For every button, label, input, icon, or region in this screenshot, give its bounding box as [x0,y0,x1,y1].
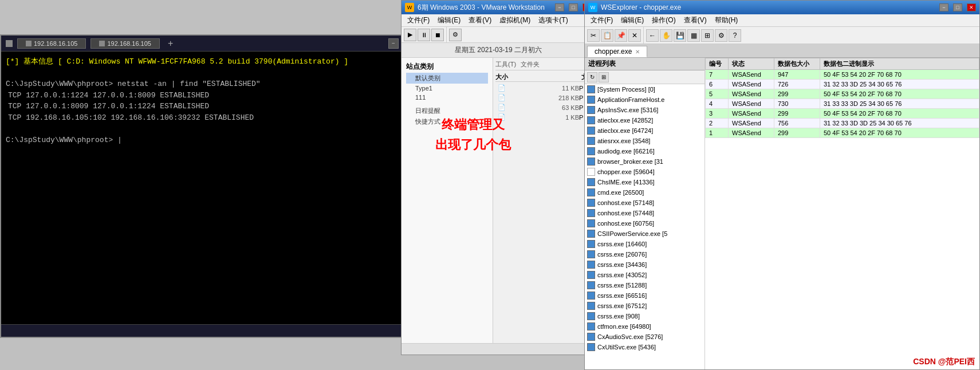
process-item[interactable]: csrss.exe [67512] [585,301,705,311]
menu-view[interactable]: 查看(V) [465,14,495,26]
packet-row[interactable]: 3WSASend29950 4F 53 54 20 2F 70 68 70 [706,109,979,119]
sidebar-item-default[interactable]: 默认类别 [406,73,488,84]
ws-menu-view[interactable]: 查看(V) [680,14,710,26]
sidebar-item-111[interactable]: 111 [406,93,488,102]
vmware-sidebar: 站点类别 默认类别 Type1 111 日程提醒 快捷方式 [402,58,493,343]
process-item[interactable]: csrss.exe [34436] [585,259,705,270]
ws-tool-settings[interactable]: ⚙ [715,29,727,42]
process-item[interactable]: csrss.exe [908] [585,311,705,321]
wsexplorer-menubar: 文件(F) 编辑(E) 操作(O) 查看(V) 帮助(H) [585,14,979,27]
process-item[interactable]: ctfmon.exe [64980] [585,321,705,332]
process-item[interactable]: CxUtilSvc.exe [5436] [585,342,705,352]
process-item[interactable]: conhost.exe [60756] [585,218,705,229]
packet-cell-size: 947 [774,70,820,80]
process-item[interactable]: CSIIPowerService.exe [5 [585,229,705,239]
ws-menu-help[interactable]: 帮助(H) [711,14,742,26]
toolbar-folder[interactable]: 文件夹 [521,60,540,69]
ws-menu-ops[interactable]: 操作(O) [648,14,679,26]
ws-tool-delete[interactable]: ✕ [628,29,641,42]
menu-edit[interactable]: 编辑(E) [434,14,464,26]
process-item[interactable]: csrss.exe [43052] [585,270,705,280]
packet-row[interactable]: 6WSASend72631 32 33 3D 25 34 30 65 76 [706,80,979,89]
vm-tool-1[interactable]: ▶ [404,29,416,41]
ws-tool-floppy[interactable]: 💾 [674,29,686,42]
vm-tool-3[interactable]: ⏹ [431,29,444,41]
packet-row[interactable]: 7WSASend94750 4F 53 54 20 2F 70 68 70 [706,70,979,80]
packet-row[interactable]: 5WSASend29950 4F 53 54 20 2F 70 68 70 [706,89,979,99]
ws-minimize[interactable]: − [939,3,948,11]
process-name: csrss.exe [51288] [597,282,647,289]
proc-refresh-btn[interactable]: ↻ [587,72,597,82]
ws-tool-cut[interactable]: ✂ [587,29,600,42]
vmware-titlebar: W 6期 Windows 2003 - VMware Workstation −… [402,1,595,14]
process-item[interactable]: csrss.exe [51288] [585,280,705,290]
toolbar-tools[interactable]: 工具(T) [495,60,516,69]
vmware-maximize[interactable]: □ [569,3,578,11]
ws-menu-edit[interactable]: 编辑(E) [617,14,647,26]
terminal-tab-2[interactable]: 192.168.16.105 [90,38,159,49]
process-item[interactable]: browser_broker.exe [31 [585,156,705,167]
proc-filter-btn[interactable]: ⊞ [599,72,609,82]
chopper-tab-close[interactable]: ✕ [635,49,640,55]
ws-close[interactable]: ✕ [967,3,976,11]
process-item[interactable]: ChsIME.exe [41336] [585,177,705,187]
minimize-button[interactable]: − [388,38,399,49]
chopper-tab[interactable]: chopper.exe ✕ [587,46,647,57]
ws-maximize[interactable]: □ [953,3,962,11]
col-size: 数据包大小 [774,58,820,70]
ws-tool-copy[interactable]: 📋 [601,29,613,42]
process-name: browser_broker.exe [31 [597,158,663,165]
process-item[interactable]: CxAudioSvc.exe [5276] [585,332,705,342]
process-item[interactable]: atieclxx.exe [64724] [585,125,705,136]
terminal-statusbar: GB2312 [1,324,428,337]
packet-row[interactable]: 4WSASend73031 33 33 3D 25 34 30 65 76 [706,99,979,109]
ws-tool-question[interactable]: ? [729,29,741,42]
ws-tool-grid[interactable]: ▦ [687,29,700,42]
process-icon [587,322,595,330]
process-item[interactable]: csrss.exe [26076] [585,249,705,259]
process-name: csrss.exe [43052] [597,271,647,278]
packet-row[interactable]: 2WSASend75631 32 33 3D 3D 25 34 30 65 76 [706,119,979,128]
ws-menu-file[interactable]: 文件(F) [587,14,616,26]
vmware-minimize[interactable]: − [555,3,564,11]
process-item[interactable]: chopper.exe [59604] [585,167,705,177]
panel-row-2[interactable]: 📄 218 KB P [495,93,593,103]
panel-row-3[interactable]: 📄 63 KB P [495,103,593,112]
ws-tool-hand[interactable]: ✋ [660,29,672,42]
process-item[interactable]: csrss.exe [66516] [585,290,705,301]
vmware-app-icon: W [405,3,414,12]
vm-tool-2[interactable]: ⏸ [418,29,430,41]
process-item[interactable]: ApsInsSvc.exe [5316] [585,105,705,115]
process-icon [587,292,595,300]
process-item[interactable]: cmd.exe [26500] [585,187,705,198]
ws-tool-windows[interactable]: ⊞ [701,29,714,42]
process-name: CxAudioSvc.exe [5276] [597,333,663,340]
process-item[interactable]: atiesrxx.exe [3548] [585,136,705,146]
process-item[interactable]: audiodg.exe [66216] [585,146,705,156]
ws-tool-back[interactable]: ← [646,29,659,42]
terminal-line: C:\JspStudy\WWW\phproot> | [6,135,424,146]
terminal-tab-1[interactable]: 192.168.16.105 [17,38,86,49]
process-icon [587,302,595,310]
sidebar-section-title-sites: 站点类别 [406,62,488,72]
packet-cell-id: 6 [706,80,729,89]
packet-cell-status: WSASend [729,70,774,80]
ws-tool-paste[interactable]: 📌 [615,29,627,42]
panel-row-1[interactable]: 📄 11 KB P [495,83,593,93]
process-item[interactable]: [System Process] [0] [585,84,705,95]
process-item[interactable]: conhost.exe [57148] [585,198,705,208]
menu-file[interactable]: 文件(F) [404,14,433,26]
packet-row[interactable]: 1WSASend29950 4F 53 54 20 2F 70 68 70 [706,128,979,138]
process-item[interactable]: csrss.exe [16460] [585,239,705,249]
process-item[interactable]: conhost.exe [57448] [585,208,705,218]
col-hex: 数据包二进制显示 [820,58,979,70]
vm-tool-4[interactable]: ⚙ [449,29,462,41]
terminal-body[interactable]: [*] 基本信息 [ C:D: Windows NT WFWW-1FCF7FA9… [1,52,428,324]
menu-vm[interactable]: 虚拟机(M) [496,14,534,26]
terminal-tab-add[interactable]: + [164,38,176,49]
sidebar-item-type1[interactable]: Type1 [406,84,488,93]
menu-tabs[interactable]: 选项卡(T) [535,14,571,26]
vmware-menubar: 文件(F) 编辑(E) 查看(V) 虚拟机(M) 选项卡(T) [402,14,595,27]
process-item[interactable]: atieclxx.exe [42852] [585,115,705,125]
process-item[interactable]: ApplicationFrameHost.e [585,95,705,105]
